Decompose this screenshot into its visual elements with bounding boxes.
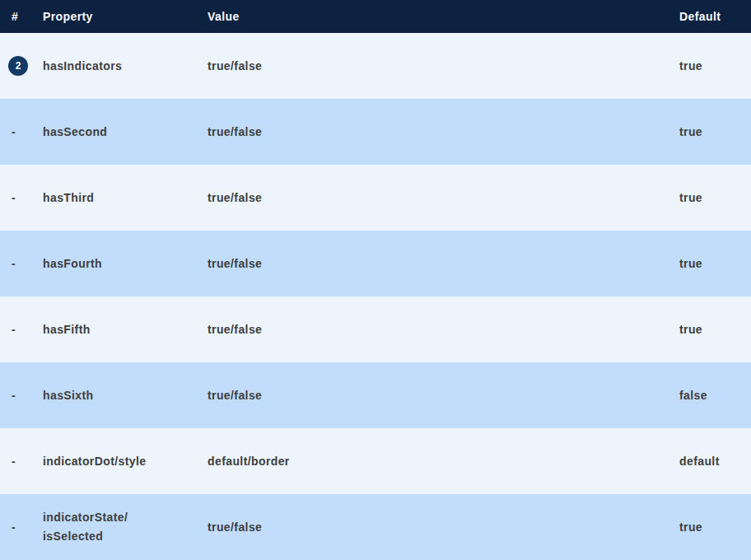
table-row: - hasSecond true/false true	[0, 99, 751, 165]
column-header-num: #	[0, 10, 43, 23]
table-row: - indicatorDot/style default/border defa…	[0, 428, 751, 494]
table-header-row: # Property Value Default	[0, 0, 751, 33]
property-cell: hasFourth	[43, 254, 208, 273]
property-cell: hasThird	[43, 189, 208, 208]
row-num-cell: -	[0, 455, 43, 468]
value-cell: true/false	[208, 323, 679, 336]
value-cell: true/false	[208, 59, 679, 72]
row-num-cell: -	[0, 191, 43, 204]
property-cell: hasSecond	[43, 123, 208, 142]
default-cell: default	[679, 455, 751, 468]
row-count-badge: 2	[8, 56, 28, 76]
row-num-cell: -	[0, 389, 43, 402]
table-row: - hasFourth true/false true	[0, 231, 751, 296]
props-table: # Property Value Default 2 hasIndicators…	[0, 0, 751, 560]
default-cell: true	[679, 323, 751, 336]
row-num-cell: -	[0, 125, 43, 138]
value-cell: default/border	[208, 455, 679, 468]
value-cell: true/false	[208, 520, 679, 534]
row-num-cell: -	[0, 323, 43, 336]
row-num-cell: 2	[0, 56, 43, 76]
table-row: - indicatorState/ isSelected true/false …	[0, 494, 751, 560]
table-row: - hasFifth true/false true	[0, 296, 751, 362]
property-cell: hasFifth	[43, 320, 208, 339]
column-header-value: Value	[208, 10, 679, 23]
row-num-cell: -	[0, 520, 43, 534]
default-cell: true	[679, 257, 751, 270]
value-cell: true/false	[208, 125, 679, 138]
row-num-cell: -	[0, 257, 43, 270]
table-row: - hasSixth true/false false	[0, 362, 751, 428]
value-cell: true/false	[208, 389, 679, 402]
property-cell: indicatorState/ isSelected	[43, 508, 208, 546]
property-cell: indicatorDot/style	[43, 452, 208, 471]
table-row: - hasThird true/false true	[0, 165, 751, 231]
default-cell: false	[679, 389, 751, 402]
property-cell: hasSixth	[43, 386, 208, 405]
property-cell: hasIndicators	[43, 57, 208, 76]
value-cell: true/false	[208, 257, 679, 270]
value-cell: true/false	[208, 191, 679, 204]
default-cell: true	[679, 191, 751, 204]
default-cell: true	[679, 59, 751, 72]
default-cell: true	[679, 520, 751, 534]
column-header-property: Property	[43, 7, 208, 26]
default-cell: true	[679, 125, 751, 138]
table-row: 2 hasIndicators true/false true	[0, 33, 751, 99]
column-header-default: Default	[679, 10, 751, 23]
